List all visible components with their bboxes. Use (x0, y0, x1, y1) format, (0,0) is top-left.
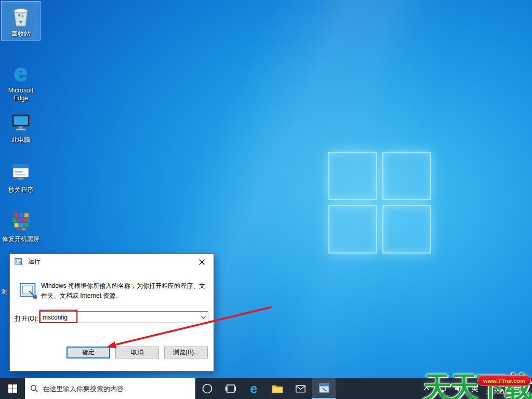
run-dialog-description: Windows 将根据你所输入的名称，为你打开相应的程序、文件夹、文档或 Int… (41, 281, 205, 300)
action-center-icon (518, 385, 526, 393)
run-dialog-titlebar[interactable]: 运行 (10, 254, 214, 270)
active-app-button[interactable] (312, 378, 336, 399)
desktop-icon-label: 秒关程序 (8, 186, 33, 194)
cortana-icon (202, 383, 213, 394)
run-dialog-title: 运行 (28, 257, 41, 266)
desktop-icon-app[interactable]: 秒关程序 (1, 157, 41, 196)
volume-icon[interactable] (451, 378, 467, 399)
start-button[interactable] (0, 378, 25, 399)
windows-start-icon (8, 384, 17, 393)
wallpaper-windows-logo (328, 152, 431, 254)
taskbar-spacer (336, 378, 420, 399)
chevron-down-icon[interactable] (198, 312, 208, 323)
run-dialog: 运行 Windows 将根据你所输入的名称，为你打开相应的程序、文件夹、文档或 … (9, 254, 214, 371)
task-view-icon (225, 383, 236, 394)
close-icon[interactable] (190, 254, 214, 270)
mail-icon (295, 383, 307, 395)
windows-logo-pane (382, 152, 431, 200)
mail-button[interactable] (289, 378, 312, 399)
desktop-icon-label: 回收站 (11, 30, 30, 38)
desktop-icon-fix-blackscreen[interactable]: 修复开机黑屏 (1, 207, 41, 245)
active-app-window-icon (318, 382, 330, 394)
desktop-icon-recycle-bin[interactable]: 回收站 (1, 1, 41, 41)
run-combobox (39, 311, 208, 323)
app-window-icon (8, 159, 33, 184)
this-pc-icon (8, 110, 33, 135)
search-icon (30, 384, 38, 393)
windows-logo-pane (382, 205, 431, 254)
browse-button[interactable]: 浏览(B)... (164, 347, 208, 358)
folder-icon (271, 382, 284, 395)
search-input[interactable] (43, 385, 190, 393)
system-tray: 英 15:33 2020/3/2 (420, 378, 532, 399)
edge-icon: e (250, 381, 258, 396)
task-view-button[interactable] (219, 378, 242, 399)
run-dialog-body-icon (19, 281, 39, 301)
ime-indicator[interactable]: 英 (468, 378, 482, 399)
run-input[interactable] (39, 314, 198, 321)
taskbar-clock[interactable]: 15:33 2020/3/2 (483, 378, 513, 399)
recycle-bin-icon (8, 4, 33, 29)
network-icon[interactable] (434, 378, 450, 399)
taskbar-edge-button[interactable]: e (242, 378, 265, 399)
ok-button[interactable]: 确定 (66, 347, 110, 358)
open-field-label: 打开(O): (15, 314, 38, 323)
edge-icon: e (8, 60, 33, 85)
desktop-icon-edge[interactable]: e Microsoft Edge (1, 58, 41, 104)
run-dialog-icon (15, 257, 23, 266)
clock-time: 15:33 (491, 381, 506, 389)
action-center-button[interactable] (514, 378, 530, 399)
windows-logo-pane (328, 205, 377, 254)
windows-logo-pane (328, 152, 377, 200)
desktop-icon-label: Microsoft Edge (2, 87, 39, 102)
cortana-button[interactable] (195, 378, 219, 399)
desktop-icon-label: 此电脑 (11, 136, 30, 144)
desktop-icon-this-pc[interactable]: 此电脑 (1, 108, 41, 146)
file-explorer-button[interactable] (265, 378, 289, 399)
cancel-button[interactable]: 取消 (115, 347, 159, 358)
taskbar: e (0, 378, 532, 399)
pixel-cube-icon (8, 209, 33, 234)
desktop-icon-label: 修复开机黑屏 (2, 235, 39, 243)
taskbar-search-box[interactable] (25, 378, 195, 399)
tray-chevron-up-icon[interactable] (420, 378, 433, 399)
clock-date: 2020/3/2 (487, 389, 509, 396)
partial-desktop-icon-label: 测 (2, 287, 8, 296)
